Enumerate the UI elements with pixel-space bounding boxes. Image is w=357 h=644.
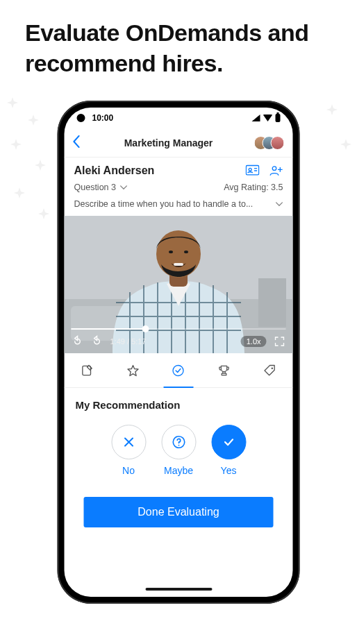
- chevron-down-icon: [276, 200, 283, 208]
- status-icons: [252, 114, 281, 122]
- svg-point-25: [184, 251, 188, 253]
- svg-point-28: [173, 365, 183, 375]
- progress-knob[interactable]: [142, 325, 149, 332]
- home-indicator[interactable]: [145, 588, 212, 591]
- phone-screen: 10:00 Marketing Manager Aleki Andersen: [65, 108, 293, 597]
- chevron-down-icon: [120, 183, 128, 192]
- video-controls: 1:49 / 5:17 1.0x: [65, 324, 293, 353]
- candidate-name: Aleki Andersen: [74, 164, 155, 177]
- svg-point-4: [272, 167, 276, 171]
- question-row[interactable]: Describe a time when you had to handle a…: [65, 196, 293, 216]
- svg-point-31: [178, 445, 179, 446]
- tab-tags[interactable]: [247, 353, 293, 387]
- x-icon: [111, 425, 146, 459]
- svg-rect-27: [83, 366, 91, 375]
- video-time: 1:49 / 5:17: [110, 337, 147, 346]
- svg-rect-26: [174, 263, 183, 266]
- tab-recommendation[interactable]: [156, 353, 201, 387]
- recommendation-options: No Maybe Yes: [65, 414, 293, 480]
- nav-title: Marketing Manager: [83, 137, 254, 149]
- id-card-icon[interactable]: [246, 164, 260, 180]
- headline: Evaluate OnDemands and recommend hires.: [0, 0, 357, 78]
- question-text: Describe a time when you had to handle a…: [74, 199, 269, 209]
- recommendation-no-label: No: [122, 465, 135, 476]
- add-user-icon[interactable]: [269, 164, 283, 180]
- svg-point-1: [249, 168, 251, 171]
- recommendation-maybe-label: Maybe: [164, 465, 193, 476]
- phone-device-frame: 10:00 Marketing Manager Aleki Andersen: [58, 101, 300, 604]
- status-bar: 10:00: [65, 108, 293, 128]
- question-selector-label: Question 3: [74, 183, 116, 192]
- svg-rect-9: [258, 278, 286, 327]
- recommendation-yes-label: Yes: [221, 465, 237, 476]
- done-evaluating-button[interactable]: Done Evaluating: [84, 497, 274, 527]
- evaluator-avatars[interactable]: [254, 136, 285, 150]
- front-camera-dot: [77, 114, 85, 122]
- wifi-icon: [263, 115, 273, 121]
- battery-icon: [276, 114, 281, 122]
- candidate-header: Aleki Andersen: [65, 158, 293, 180]
- video-progress-bar[interactable]: [72, 328, 286, 330]
- svg-rect-0: [246, 166, 258, 175]
- playback-speed[interactable]: 1.0x: [241, 336, 267, 347]
- nav-header: Marketing Manager: [65, 128, 293, 158]
- svg-point-24: [169, 251, 173, 253]
- tab-notes[interactable]: [65, 353, 110, 387]
- svg-point-29: [272, 367, 274, 369]
- recommendation-no[interactable]: No: [111, 425, 146, 476]
- candidate-meta-row: Question 3 Avg Rating: 3.5: [65, 180, 293, 196]
- fullscreen-icon[interactable]: [274, 335, 286, 348]
- recommendation-yes[interactable]: Yes: [211, 425, 246, 476]
- video-player[interactable]: 1:49 / 5:17 1.0x: [65, 216, 293, 353]
- recommendation-title: My Recommendation: [65, 388, 293, 414]
- avg-rating: Avg Rating: 3.5: [224, 183, 283, 192]
- evaluation-tabs: [65, 353, 293, 388]
- tab-awards[interactable]: [201, 353, 247, 387]
- status-time: 10:00: [92, 113, 114, 123]
- question-icon: [161, 425, 196, 459]
- avatar: [271, 136, 285, 150]
- check-icon: [211, 425, 246, 459]
- rewind-icon[interactable]: [91, 335, 103, 348]
- cellular-icon: [252, 115, 260, 121]
- back-button[interactable]: [73, 133, 83, 153]
- question-selector[interactable]: Question 3: [74, 183, 128, 192]
- tab-rating[interactable]: [110, 353, 156, 387]
- replay-icon[interactable]: [72, 335, 84, 348]
- recommendation-maybe[interactable]: Maybe: [161, 425, 196, 476]
